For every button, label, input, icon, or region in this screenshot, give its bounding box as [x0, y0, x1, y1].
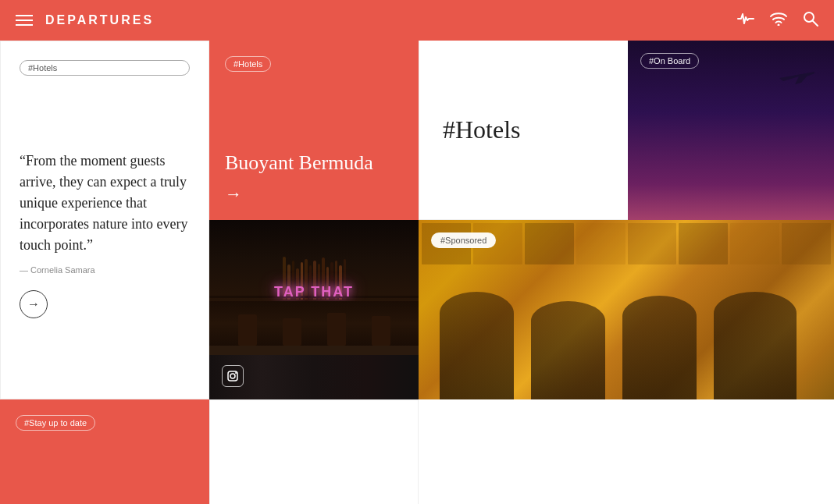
quote-arrow-button[interactable]: → — [20, 290, 48, 318]
card-stay-updated[interactable]: #Stay up to date — [0, 399, 209, 504]
hotels-tag-2: #Hotels — [225, 56, 271, 72]
svg-point-0 — [778, 23, 780, 26]
airplane-icon — [772, 64, 818, 87]
hotels-hashtag: #Hotels — [443, 115, 521, 144]
svg-point-1 — [804, 12, 814, 22]
sponsored-tag: #Sponsored — [431, 232, 496, 248]
card-white-bottom — [209, 399, 419, 504]
pulse-icon[interactable] — [737, 12, 754, 30]
card-buoyant-bermuda[interactable]: #Hotels Buoyant Bermuda → — [209, 41, 419, 220]
card-coral-arrow: → — [225, 184, 403, 204]
card-hotels-text[interactable]: #Hotels — [419, 41, 628, 220]
svg-line-2 — [813, 21, 818, 26]
search-icon[interactable] — [803, 11, 818, 30]
card-bar-photo: TAP THAT — [209, 220, 419, 399]
instagram-icon[interactable] — [222, 365, 244, 387]
card-coral-title: Buoyant Bermuda — [225, 150, 403, 176]
card-quote: #Hotels “From the moment guests arrive, … — [0, 41, 209, 399]
main-grid: #Hotels “From the moment guests arrive, … — [0, 41, 834, 504]
svg-point-4 — [230, 374, 235, 378]
bar-neon-sign: TAP THAT — [274, 284, 354, 300]
brand-name: DEPARTURES — [45, 13, 154, 27]
onboard-tag: #On Board — [640, 53, 699, 69]
quote-text: “From the moment guests arrive, they can… — [20, 151, 190, 256]
hotels-tag-1[interactable]: #Hotels — [20, 60, 190, 76]
header-left: DEPARTURES — [16, 13, 154, 27]
wifi-icon[interactable] — [770, 12, 787, 30]
card-building-photo: #Sponsored — [419, 220, 834, 399]
stay-up-to-date-tag: #Stay up to date — [16, 415, 95, 431]
svg-point-5 — [235, 372, 237, 374]
header: DEPARTURES — [0, 0, 834, 41]
hamburger-menu[interactable] — [16, 15, 33, 26]
card-coral-content: Buoyant Bermuda → — [225, 150, 403, 204]
header-right — [737, 11, 818, 30]
quote-author: — Cornelia Samara — [20, 265, 190, 275]
